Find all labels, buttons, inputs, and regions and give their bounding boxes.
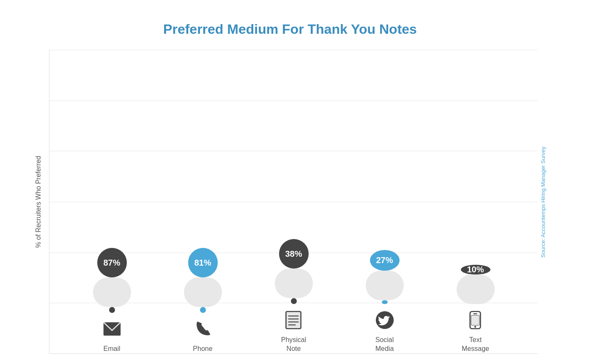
bar-label-phone: Phone bbox=[193, 345, 212, 353]
chart-container: Preferred Medium For Thank You Notes % o… bbox=[24, 9, 573, 355]
chart-area: % of Recruiters Who Preferred bbox=[32, 50, 548, 354]
y-axis-label: % of Recruiters Who Preferred bbox=[32, 50, 45, 354]
dot-note bbox=[291, 298, 297, 304]
bar-group-physical-note: 38% bbox=[275, 224, 313, 353]
bar-wrapper-social: 27% bbox=[366, 247, 404, 302]
icon-label-phone: Phone bbox=[192, 318, 214, 353]
bar-label-note: PhysicalNote bbox=[281, 336, 307, 353]
svg-rect-10 bbox=[471, 315, 479, 326]
dot-phone bbox=[200, 307, 206, 313]
bar-label-social: SocialMedia bbox=[375, 336, 394, 353]
bar-wrapper-note: 38% bbox=[275, 224, 313, 301]
bar-wrapper-email: 87% bbox=[93, 134, 131, 310]
email-icon bbox=[101, 318, 123, 340]
bar-label-text: TextMessage bbox=[462, 336, 489, 353]
bar-wrapper-phone: 81% bbox=[184, 146, 222, 310]
phone-icon bbox=[192, 318, 214, 340]
icon-label-note: PhysicalNote bbox=[281, 310, 307, 353]
bar-group-phone: 81% bbox=[184, 146, 222, 353]
mobile-icon bbox=[465, 310, 486, 331]
svg-rect-1 bbox=[286, 312, 301, 329]
dot-email bbox=[109, 307, 115, 313]
note-icon bbox=[283, 310, 304, 331]
icon-label-text: TextMessage bbox=[462, 310, 489, 353]
bar-group-email: 87% bbox=[93, 134, 131, 353]
dot-social bbox=[382, 300, 388, 304]
bar-wrapper-text: 10% bbox=[457, 267, 495, 301]
bar-group-social: 27% bbox=[366, 247, 404, 353]
icon-label-social: SocialMedia bbox=[374, 310, 395, 353]
twitter-icon bbox=[374, 310, 395, 331]
bar-circle-phone: 81% bbox=[188, 248, 218, 277]
bar-circle-text: 10% bbox=[461, 265, 490, 274]
chart-main: 87% bbox=[49, 50, 538, 354]
bar-circle-social: 27% bbox=[370, 250, 400, 271]
grid-area: 87% bbox=[49, 50, 538, 354]
svg-point-9 bbox=[474, 326, 476, 328]
bar-circle-email: 87% bbox=[97, 248, 127, 277]
bar-circle-note: 38% bbox=[279, 239, 309, 269]
bar-label-email: Email bbox=[103, 345, 120, 353]
chart-title: Preferred Medium For Thank You Notes bbox=[32, 17, 548, 37]
bars-row: 87% bbox=[49, 50, 538, 353]
icon-label-email: Email bbox=[101, 318, 123, 353]
source-label: Source: Accountemps Hiring Manager Surve… bbox=[538, 50, 548, 354]
bar-group-text: 10% bbox=[457, 267, 495, 353]
